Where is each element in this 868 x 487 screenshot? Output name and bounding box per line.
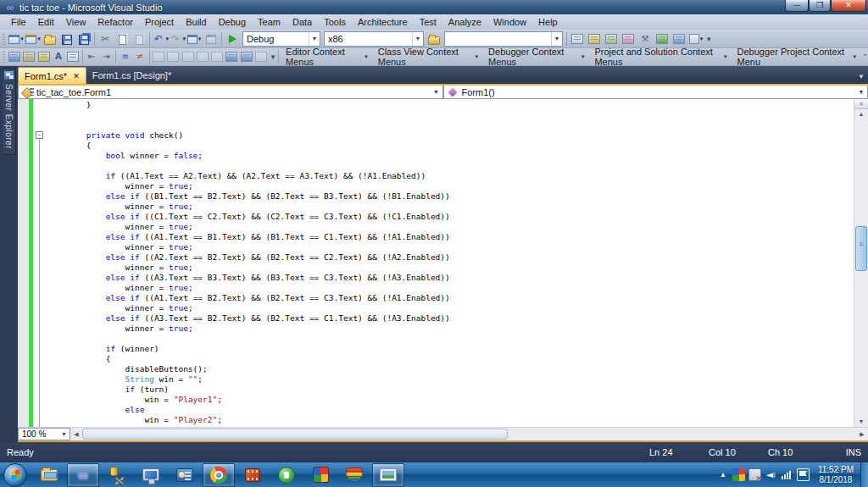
show-desktop-button[interactable] <box>860 462 868 487</box>
maximize-button[interactable]: ❒ <box>809 0 831 12</box>
redo-button[interactable]: ↷▾ <box>169 31 186 47</box>
code-line[interactable]: { <box>47 141 854 151</box>
prev-bookmark-doc-button[interactable] <box>225 49 239 64</box>
code-line[interactable] <box>47 120 854 130</box>
vscroll-track[interactable] <box>854 119 868 416</box>
code-line[interactable]: else if ((A1.Text == B1.Text) && (B1.Tex… <box>47 232 854 242</box>
menu-item-architecture[interactable]: Architecture <box>352 15 414 29</box>
prev-bookmark-button[interactable] <box>166 49 181 64</box>
network-disconnected-icon[interactable] <box>748 468 761 481</box>
show-hidden-icons-button[interactable]: ▲ <box>715 471 731 479</box>
code-line[interactable]: winner = true; <box>47 181 854 191</box>
taskbar-explorer-icon[interactable] <box>33 463 65 487</box>
clear-bookmarks-button[interactable] <box>253 49 268 64</box>
decrease-indent-button[interactable]: ⇤ <box>85 49 99 64</box>
scroll-right-button[interactable]: ▶ <box>856 428 868 440</box>
menu-item-window[interactable]: Window <box>487 15 532 29</box>
find-combo[interactable]: ▼ <box>444 31 563 47</box>
context-menu-button[interactable]: Class View Context Menus▾ <box>373 45 483 69</box>
menu-item-help[interactable]: Help <box>532 15 564 29</box>
comment-button[interactable]: ≡ <box>118 49 132 64</box>
hscroll-thumb[interactable] <box>82 429 508 440</box>
code-line[interactable] <box>47 110 854 120</box>
taskbar-bluestacks-icon[interactable] <box>338 463 370 487</box>
code-line[interactable]: disableButtons(); <box>47 364 854 374</box>
vscroll-thumb[interactable] <box>855 226 867 271</box>
solution-configuration-combo[interactable]: Debug▼ <box>242 31 320 47</box>
code-line[interactable]: MessageBox.Show(win + " Wins ! ", "Yay")… <box>47 425 854 427</box>
parameter-info-button[interactable]: A <box>51 49 65 64</box>
code-line[interactable]: } <box>47 100 854 110</box>
properties-window-button[interactable] <box>586 31 603 47</box>
types-combo[interactable]: tic_tac_toe.Form1 ▼ <box>18 86 443 99</box>
code-line[interactable] <box>47 161 854 171</box>
cut-button[interactable]: ✂ <box>97 31 114 47</box>
next-bookmark-button[interactable] <box>181 49 195 64</box>
uncomment-button[interactable]: ≠ <box>132 49 147 64</box>
scroll-up-button[interactable]: ▲ <box>854 109 868 119</box>
code-line[interactable]: else if ((A3.Text == B2.Text) && (B2.Tex… <box>47 313 854 324</box>
code-line[interactable]: { <box>47 354 854 364</box>
code-line[interactable] <box>47 334 854 344</box>
menu-item-edit[interactable]: Edit <box>32 15 60 29</box>
context-menu-button[interactable]: Editor Context Menus▾ <box>281 45 373 69</box>
solution-platform-combo[interactable]: x86▼ <box>324 31 424 47</box>
command-window-button[interactable] <box>670 31 687 47</box>
save-all-button[interactable] <box>75 31 92 47</box>
code-line[interactable]: String win = ""; <box>47 374 854 385</box>
next-bookmark-doc-button[interactable] <box>239 49 253 64</box>
menu-item-debug[interactable]: Debug <box>213 15 252 29</box>
scroll-left-button[interactable]: ◀ <box>70 428 82 440</box>
display-in-picture-button[interactable] <box>7 49 21 64</box>
taskbar-control-panel-icon[interactable] <box>169 463 201 487</box>
taskbar-avg-antivirus-icon[interactable] <box>304 463 337 487</box>
context-menu-button[interactable]: Debugger Project Context Menu▾ <box>732 45 861 69</box>
code-line[interactable]: bool winner = false; <box>47 151 854 161</box>
taskbar-remote-desktop-icon[interactable] <box>135 463 167 487</box>
document-tab[interactable]: Form1.cs*✕ <box>18 67 86 84</box>
toolbar-overflow-button[interactable]: ▾ <box>269 53 277 61</box>
vertical-scrollbar[interactable]: ≡ ▲ ▼ <box>854 99 868 427</box>
prev-bookmark-folder-button[interactable] <box>195 49 209 64</box>
toolbar-grip[interactable] <box>2 50 5 64</box>
bookmark-button[interactable] <box>151 49 165 64</box>
context-menu-button[interactable]: Project and Solution Context Menus▾ <box>589 45 732 69</box>
menu-item-build[interactable]: Build <box>180 15 212 29</box>
immediate-window-button[interactable]: ▾ <box>687 31 704 47</box>
increase-indent-button[interactable]: ⇥ <box>99 49 114 64</box>
taskbar-visual-studio-icon[interactable]: ∞ <box>67 463 99 487</box>
code-line[interactable]: else <box>47 405 854 415</box>
indicator-margin[interactable] <box>18 99 29 427</box>
taskbar-movie-maker-icon[interactable] <box>236 463 269 487</box>
copy-button[interactable] <box>114 31 131 47</box>
menu-item-file[interactable]: File <box>5 15 32 29</box>
document-list-dropdown-icon[interactable]: ▼ <box>858 73 865 80</box>
menu-item-analyze[interactable]: Analyze <box>442 15 487 29</box>
add-item-button[interactable]: ▾ <box>25 31 42 47</box>
menu-item-refactor[interactable]: Refactor <box>92 15 139 29</box>
navigate-forward-button[interactable] <box>203 31 220 47</box>
menu-item-test[interactable]: Test <box>414 15 442 29</box>
minimize-button[interactable]: — <box>785 0 809 12</box>
members-combo[interactable]: Form1() ▼ <box>443 86 868 99</box>
zoom-combo[interactable]: 100 %▼ <box>18 428 70 440</box>
code-line[interactable]: win = "Player1"; <box>47 395 854 405</box>
taskbar-chrome-icon[interactable] <box>203 463 235 487</box>
code-line[interactable]: winner = true; <box>47 242 854 252</box>
volume-icon[interactable]: ◄) <box>765 468 777 481</box>
taskbar-green-app-icon[interactable] <box>270 463 303 487</box>
extension-manager-button[interactable]: ⚒ <box>637 31 654 47</box>
action-center-flag-icon[interactable] <box>797 468 810 481</box>
menu-item-tools[interactable]: Tools <box>318 15 352 29</box>
code-line[interactable]: else if ((A1.Text == B2.Text) && (B2.Tex… <box>47 293 854 303</box>
scroll-down-button[interactable]: ▼ <box>854 416 868 427</box>
toolbar-grip[interactable] <box>2 32 6 46</box>
object-browser-button[interactable] <box>654 31 670 47</box>
taskbar-clock[interactable]: 11:52 PM 8/1/2018 <box>811 465 860 485</box>
solution-explorer-button[interactable] <box>569 31 586 47</box>
save-button[interactable] <box>58 31 75 47</box>
team-explorer-button[interactable] <box>620 31 637 47</box>
collapse-region-button[interactable]: - <box>36 131 43 139</box>
next-bookmark-folder-button[interactable] <box>210 49 225 64</box>
code-line[interactable]: winner = true; <box>47 222 854 232</box>
